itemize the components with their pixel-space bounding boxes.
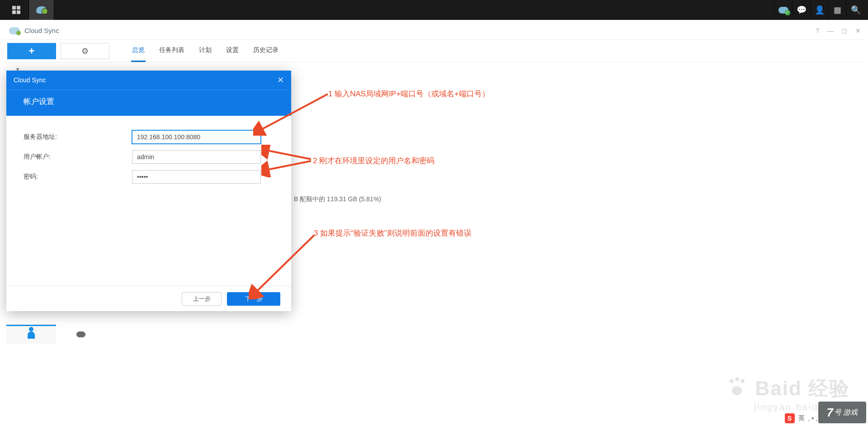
modal-title: Cloud Sync [14,76,46,84]
panel-icon: ▦ [834,5,841,15]
ime-dots: , • , [808,415,817,422]
svg-line-5 [266,161,311,170]
add-button[interactable]: + [7,43,56,59]
annotation-2: 2 刚才在环境里设定的用户名和密码 [313,156,434,166]
widgets-button[interactable]: ▦ [828,0,846,20]
tab-tasklist[interactable]: 任务列表 [158,40,185,62]
svg-line-7 [255,235,314,293]
tab-schedule[interactable]: 计划 [198,40,212,62]
row-user: 用户帐户: [24,150,274,164]
close-button[interactable]: ✕ [855,27,861,34]
modal-subtitle: 帐户设置 [6,90,291,116]
user-button[interactable]: 👤 [810,0,828,20]
quota-text: B 配额中的 119.31 GB (5.81%) [294,195,381,204]
modal-body: 服务器地址: 用户帐户: 密码: [6,116,291,204]
ime-indicator[interactable]: S 英 , • , [785,413,817,423]
messages-button[interactable]: 💬 [792,0,810,20]
cloud-icon [36,6,47,14]
grid-icon [12,6,20,14]
arrow-3 [249,232,321,299]
ime-lang: 英 [798,414,805,422]
help-button[interactable]: ? [816,27,819,34]
arrow-2b [261,159,316,177]
titlebar-controls: ? — ◻ ✕ [816,27,861,34]
app-title: Cloud Sync [24,27,59,34]
search-icon: 🔍 [851,5,861,15]
prev-button[interactable]: 上一步 [182,292,222,306]
paw-icon [728,377,746,395]
search-button[interactable]: 🔍 [846,0,864,20]
app-titlebar: Cloud Sync ? — ◻ ✕ [4,22,866,40]
password-label: 密码: [24,173,132,181]
bottom-tab-cloud[interactable] [56,325,106,344]
minimize-button[interactable]: — [827,27,834,34]
person-icon: 👤 [815,5,825,15]
modal-header: Cloud Sync ✕ [6,71,291,90]
person-tab-icon [28,331,35,339]
toolbar-row: + ⚙ 总览 任务列表 计划 设置 历史记录 [4,40,866,62]
taskbar-right: 💬 👤 ▦ 🔍 [774,0,864,20]
row-server: 服务器地址: [24,130,274,144]
system-taskbar: 💬 👤 ▦ 🔍 [0,0,868,20]
cloudsync-taskbar-button[interactable] [29,0,54,20]
svg-line-1 [260,94,328,130]
svg-line-3 [266,150,311,159]
watermark-line1: Baid 经验 [728,375,850,402]
main-tabs: 总览 任务列表 计划 设置 历史记录 [131,40,279,62]
annotation-1: 1 输入NAS局域网IP+端口号（或域名+端口号） [328,89,490,99]
arrow-1 [253,90,335,136]
password-input[interactable] [132,170,261,184]
tab-overview[interactable]: 总览 [131,40,146,62]
apps-grid-button[interactable] [4,0,29,20]
maximize-button[interactable]: ◻ [842,27,847,34]
titlebar-left: Cloud Sync [9,27,59,34]
corner-overlay[interactable]: 7 号 游戏 [818,402,866,423]
server-input[interactable] [132,130,261,144]
gear-icon: ⚙ [81,46,89,56]
bottom-tab-user[interactable] [6,325,56,344]
user-input[interactable] [132,150,261,164]
app-cloud-icon [9,27,20,34]
cloud-tab-icon [76,331,85,337]
taskbar-left [4,0,54,20]
corner-num: 7 [827,406,833,420]
row-password: 密码: [24,170,274,184]
bottom-tabs [6,325,106,344]
toolbar-left: + ⚙ [4,39,113,63]
server-label: 服务器地址: [24,133,132,141]
annotation-3: 3 如果提示“验证失败”则说明前面的设置有错误 [314,228,472,238]
user-label: 用户帐户: [24,153,132,161]
tab-settings[interactable]: 设置 [225,40,240,62]
cloudsync-window: Cloud Sync ? — ◻ ✕ + ⚙ 总览 任务列表 计划 设置 历史记… [4,22,866,62]
chat-icon: 💬 [797,5,807,15]
cloud-check-icon [778,7,788,14]
corner-text: 号 游戏 [834,408,858,417]
modal-close-button[interactable]: ✕ [277,75,284,85]
tab-history[interactable]: 历史记录 [252,40,279,62]
settings-button[interactable]: ⚙ [61,43,109,59]
cloud-status-button[interactable] [774,0,792,20]
sogou-icon: S [785,413,795,423]
